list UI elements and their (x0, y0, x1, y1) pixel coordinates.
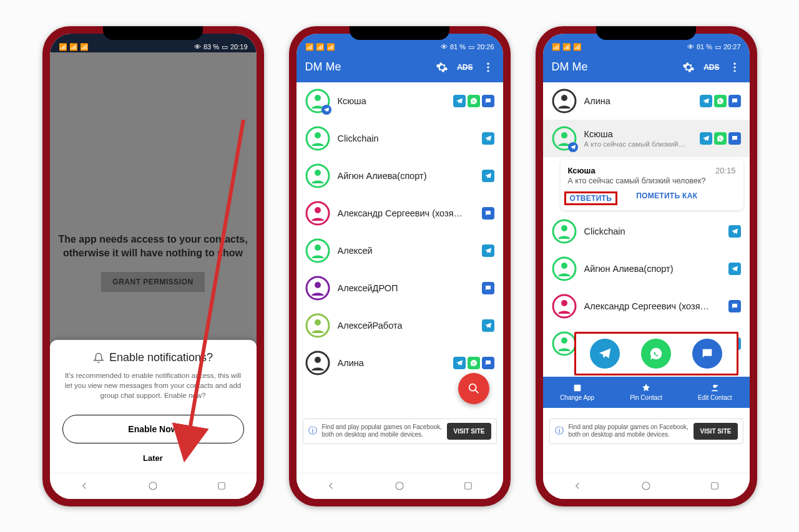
reply-button[interactable]: ОТВЕТИТЬ (564, 191, 618, 205)
tg-icon[interactable] (728, 263, 741, 275)
bottom-action-bar: Change App Pin Contact Edit Contact (543, 377, 750, 408)
contact-name: Айгюн Алиева(спорт) (338, 171, 474, 181)
contact-row[interactable]: Алексей (297, 232, 503, 269)
tg-icon[interactable] (453, 95, 466, 107)
contact-row[interactable]: Clickchain (297, 120, 503, 157)
sms-icon[interactable] (482, 207, 494, 220)
android-nav (297, 473, 503, 499)
ad-banner[interactable]: ⓘFind and play popular games on Facebook… (303, 418, 497, 444)
message-sender: Ксюша (568, 166, 596, 175)
avatar (552, 331, 577, 356)
mark-as-button[interactable]: ПОМЕТИТЬ КАК (636, 191, 697, 205)
notification-sheet: Enable notifications? It's recommended t… (50, 340, 257, 472)
avatar (552, 89, 577, 114)
no-ads-icon[interactable]: ADS (457, 63, 473, 72)
bottom-action[interactable]: Pin Contact (612, 377, 680, 408)
tg-icon[interactable] (482, 170, 494, 182)
visit-site-button[interactable]: VISIT SITE (694, 423, 737, 440)
tg-icon[interactable] (700, 132, 712, 145)
tg-icon[interactable] (700, 95, 712, 107)
contact-row[interactable]: Александр Сергеевич (хозя… (297, 195, 503, 232)
overflow-icon[interactable] (482, 61, 494, 74)
contact-name: Алина (584, 96, 692, 106)
contact-row[interactable]: Clickchain (543, 213, 750, 250)
overflow-icon[interactable] (728, 61, 741, 74)
contact-name: Алексей (338, 246, 474, 256)
svg-point-43 (642, 482, 650, 490)
sheet-body: It's recommended to enable notification … (62, 370, 244, 400)
wa-icon[interactable] (714, 132, 727, 145)
svg-point-27 (733, 66, 735, 68)
sms-icon[interactable] (728, 132, 741, 145)
contact-row[interactable]: Айгюн Алиева(спорт) (297, 157, 503, 195)
phone-3: 📶 📶 📶 👁 81 % ▭ 20:27 DM Me ADS Алина Ксю… (536, 26, 757, 506)
contact-row[interactable]: Ксюша (297, 82, 503, 120)
bottom-action[interactable]: Edit Contact (680, 377, 749, 408)
avatar (552, 219, 577, 244)
settings-icon[interactable] (682, 61, 695, 74)
tg-icon[interactable] (482, 244, 494, 257)
svg-point-19 (315, 319, 321, 326)
svg-point-32 (561, 132, 567, 138)
app-bar: DM Me ADS (543, 52, 750, 82)
bottom-action[interactable]: Change App (543, 377, 612, 408)
svg-point-38 (561, 300, 567, 306)
tg-icon[interactable] (482, 319, 494, 332)
message-card: Ксюша20:15 А кто сейчас самый близкий че… (561, 160, 743, 210)
contact-row[interactable]: Алина (543, 82, 750, 120)
svg-point-15 (315, 244, 321, 251)
avatar (305, 163, 330, 188)
svg-point-40 (561, 337, 567, 344)
ad-banner[interactable]: ⓘFind and play popular games on Facebook… (549, 418, 743, 444)
contact-name: Ксюша (584, 129, 692, 139)
sheet-title: Enable notifications? (62, 351, 244, 364)
svg-rect-25 (465, 483, 472, 490)
wa-icon[interactable] (468, 357, 480, 369)
contact-name: АлексейДРОП (338, 283, 474, 293)
svg-rect-2 (218, 483, 225, 490)
search-fab[interactable] (458, 373, 489, 404)
whatsapp-chip[interactable] (641, 339, 671, 369)
android-nav (543, 473, 750, 499)
tg-icon[interactable] (728, 225, 741, 238)
settings-icon[interactable] (436, 61, 448, 74)
later-button[interactable]: Later (62, 453, 244, 463)
svg-point-7 (315, 95, 321, 101)
phone-2: 📶 📶 📶 👁 81 % ▭ 20:26 DM Me ADS Ксюша Cli… (289, 26, 511, 506)
avatar (305, 89, 330, 114)
avatar (552, 256, 577, 281)
sms-icon[interactable] (728, 300, 741, 312)
sms-icon[interactable] (482, 357, 494, 369)
contact-row[interactable]: Айгюн Алиева(спорт) (543, 250, 750, 288)
telegram-chip[interactable] (590, 339, 620, 369)
tg-icon[interactable] (453, 357, 466, 369)
sms-chip[interactable] (692, 339, 722, 369)
contact-row[interactable]: Александр Сергеевич (хозя… (543, 288, 750, 325)
wa-icon[interactable] (714, 95, 727, 107)
contact-name: АлексейРабота (338, 321, 474, 331)
sms-icon[interactable] (728, 95, 741, 107)
no-ads-icon[interactable]: ADS (703, 63, 719, 72)
contact-row[interactable]: АлексейДРОП (297, 269, 503, 307)
wa-icon[interactable] (468, 95, 480, 107)
avatar (552, 294, 577, 319)
svg-point-1 (149, 482, 157, 490)
message-time: 20:15 (715, 166, 736, 175)
svg-point-11 (315, 170, 321, 176)
contact-row[interactable]: Ксюша А кто сейчас самый близкий… (543, 120, 750, 157)
svg-point-4 (487, 66, 489, 68)
svg-point-17 (315, 282, 321, 288)
enable-now-button[interactable]: Enable Now (62, 415, 244, 443)
contact-name: Александр Сергеевич (хозя… (338, 208, 474, 218)
tg-icon[interactable] (482, 132, 494, 145)
contact-name: Айгюн Алиева(спорт) (584, 264, 721, 274)
sms-icon[interactable] (482, 95, 494, 107)
svg-point-26 (733, 62, 735, 64)
svg-point-34 (561, 225, 567, 231)
avatar (552, 126, 577, 151)
visit-site-button[interactable]: VISIT SITE (447, 423, 491, 440)
svg-point-24 (396, 482, 403, 490)
contact-row[interactable]: АлексейРабота (297, 307, 503, 344)
sms-icon[interactable] (482, 282, 494, 294)
app-title: DM Me (552, 60, 674, 74)
